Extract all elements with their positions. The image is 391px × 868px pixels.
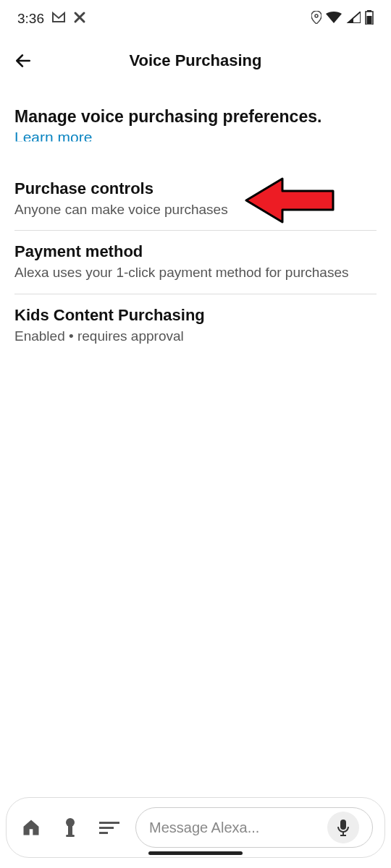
intro-section: Manage voice purchasing preferences. Lea… — [14, 107, 377, 146]
svg-rect-11 — [340, 835, 346, 836]
app-x-icon — [73, 11, 86, 27]
svg-rect-4 — [68, 826, 72, 835]
bottom-bar: Message Alexa... — [0, 797, 391, 858]
svg-rect-6 — [99, 822, 119, 824]
settings-list: Purchase controls Anyone can make voice … — [14, 168, 377, 357]
home-icon[interactable] — [18, 814, 44, 841]
status-bar: 3:36 — [0, 0, 391, 38]
gmail-icon — [51, 11, 66, 27]
svg-point-3 — [66, 818, 75, 827]
more-icon[interactable] — [96, 814, 122, 841]
svg-rect-7 — [99, 827, 114, 829]
battery-icon — [365, 10, 374, 28]
setting-title: Kids Content Purchasing — [14, 306, 377, 325]
bottom-nav: Message Alexa... — [6, 797, 385, 858]
setting-title: Purchase controls — [14, 179, 377, 198]
app-header: Voice Purchasing — [0, 38, 391, 84]
setting-payment-method[interactable]: Payment method Alexa uses your 1-click p… — [14, 231, 377, 294]
back-button[interactable] — [13, 51, 33, 71]
status-time: 3:36 — [17, 11, 44, 27]
alexa-placeholder: Message Alexa... — [149, 820, 319, 836]
devices-icon[interactable] — [57, 814, 83, 841]
location-icon — [311, 11, 321, 27]
mic-button[interactable] — [327, 812, 359, 843]
wifi-icon — [326, 11, 342, 27]
intro-heading: Manage voice purchasing preferences. — [14, 107, 377, 127]
status-right — [311, 10, 374, 28]
svg-rect-10 — [342, 832, 344, 835]
alexa-message-input[interactable]: Message Alexa... — [135, 807, 373, 848]
svg-rect-2 — [367, 16, 372, 24]
setting-purchase-controls[interactable]: Purchase controls Anyone can make voice … — [14, 168, 377, 231]
signal-icon — [346, 11, 361, 27]
svg-rect-9 — [340, 820, 346, 830]
setting-subtitle: Alexa uses your 1-click payment method f… — [14, 264, 377, 282]
content: Manage voice purchasing preferences. Lea… — [0, 107, 391, 357]
nav-handle[interactable] — [148, 851, 243, 855]
svg-rect-8 — [99, 832, 108, 834]
setting-subtitle: Enabled • requires approval — [14, 328, 377, 346]
page-title: Voice Purchasing — [130, 51, 262, 70]
setting-kids-content[interactable]: Kids Content Purchasing Enabled • requir… — [14, 294, 377, 357]
learn-more-link[interactable]: Learn more — [14, 129, 377, 146]
setting-title: Payment method — [14, 242, 377, 261]
svg-rect-5 — [66, 835, 75, 837]
setting-subtitle: Anyone can make voice purchases — [14, 201, 377, 219]
status-left: 3:36 — [17, 11, 86, 27]
